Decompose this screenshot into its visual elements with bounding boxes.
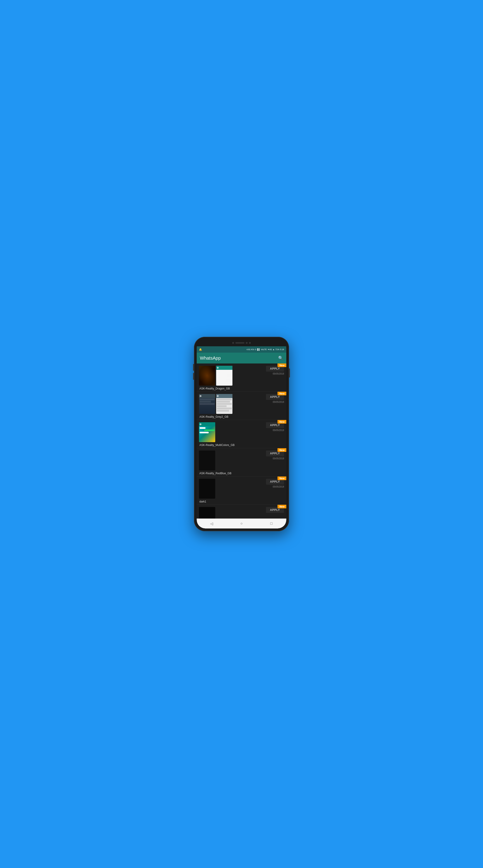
theme-preview-image-1 (199, 394, 215, 414)
battery-level: 71% (275, 348, 279, 350)
theme-item-content: APPLY 05/05/2018 (199, 422, 284, 442)
theme-date: 05/05/2018 (273, 373, 284, 375)
list-item[interactable]: New (197, 364, 286, 392)
theme-preview-image-1 (199, 366, 215, 385)
list-item[interactable]: New APPLY (197, 505, 286, 519)
theme-actions: APPLY 05/05/2018 (266, 422, 284, 432)
camera-dot (246, 342, 248, 344)
dot-1 (232, 342, 234, 344)
list-item[interactable]: New APPLY 05/05/2018 ASK-Reality_RedBlue… (197, 448, 286, 476)
theme-date: 05/05/2018 (273, 457, 284, 460)
notification-bell-icon: 🔔 (199, 348, 202, 351)
time-display: 5:18 (280, 348, 284, 350)
theme-name: ASK-Reality_MultiColors_GB (199, 443, 284, 447)
signal-strength-icon: ▲ (273, 348, 275, 350)
theme-date: 05/05/2018 (273, 486, 284, 488)
theme-previews (199, 366, 264, 385)
theme-previews (199, 479, 264, 499)
theme-name: ASK-Reality_RedBlue_GB (199, 472, 284, 475)
theme-name: ASK-Reality_Grey2_GB (199, 415, 284, 418)
new-badge: New (278, 505, 286, 508)
dot-2 (249, 342, 251, 344)
phone-screen: 🔔 4.81 K/s ⊙ ▌▌ VoLTE ✦4G ▲ 71% 5:18 Wha… (197, 340, 286, 528)
signal-bars-icon: ▌▌ (257, 348, 260, 350)
themes-list[interactable]: New (197, 364, 286, 519)
theme-item-content: APPLY (199, 507, 284, 519)
status-left: 🔔 (199, 348, 202, 351)
list-item[interactable]: New (197, 392, 286, 420)
volume-down-button (193, 373, 194, 380)
theme-actions: APPLY 05/05/2018 (266, 366, 284, 375)
new-badge: New (278, 476, 286, 480)
network-speed: 4.81 K/s (247, 348, 254, 350)
theme-item-content: APPLY 05/05/2018 (199, 394, 284, 414)
theme-preview-image-2 (216, 394, 232, 414)
theme-item-content: APPLY 05/05/2018 (199, 479, 284, 499)
wifi-icon: ⊙ (255, 348, 256, 350)
theme-actions: APPLY 05/05/2018 (266, 451, 284, 460)
theme-preview-image-1 (199, 422, 215, 442)
theme-name: ASK-Reality_Dragon_GB (199, 387, 284, 390)
theme-previews (199, 451, 264, 470)
theme-date: 05/05/2018 (273, 401, 284, 403)
new-badge: New (278, 392, 286, 395)
app-header: WhatsApp 🔍 (197, 352, 286, 364)
new-badge: New (278, 420, 286, 424)
network-type-icon: ✦4G (267, 348, 272, 350)
theme-previews (199, 507, 264, 519)
phone-device: 🔔 4.81 K/s ⊙ ▌▌ VoLTE ✦4G ▲ 71% 5:18 Wha… (194, 337, 289, 531)
speaker-grill (235, 342, 245, 344)
search-button[interactable]: 🔍 (278, 355, 283, 361)
volte-indicator: VoLTE (261, 348, 266, 350)
new-badge: New (278, 364, 286, 367)
navigation-bar: ◁ ○ □ (197, 519, 286, 528)
home-button[interactable]: ○ (227, 522, 256, 526)
status-bar: 🔔 4.81 K/s ⊙ ▌▌ VoLTE ✦4G ▲ 71% 5:18 (197, 346, 286, 352)
list-item[interactable]: New APPLY 05/05/2018 dark1 (197, 476, 286, 505)
theme-preview-image-1 (199, 451, 215, 470)
theme-previews (199, 422, 264, 442)
theme-actions: APPLY 05/05/2018 (266, 394, 284, 403)
volume-up-button (193, 364, 194, 371)
theme-preview-image-2 (216, 366, 232, 385)
theme-item-content: APPLY 05/05/2018 (199, 366, 284, 385)
theme-actions: APPLY 05/05/2018 (266, 479, 284, 488)
phone-top-notch (197, 340, 286, 346)
theme-preview-image-1 (199, 507, 215, 519)
app-title: WhatsApp (200, 355, 221, 361)
theme-item-content: APPLY 05/05/2018 (199, 451, 284, 470)
power-button (289, 368, 290, 377)
theme-date: 05/05/2018 (273, 429, 284, 432)
theme-preview-image-1 (199, 479, 215, 499)
new-badge: New (278, 448, 286, 452)
recents-button[interactable]: □ (257, 522, 286, 526)
theme-previews (199, 394, 264, 414)
back-button[interactable]: ◁ (197, 522, 227, 526)
status-right: 4.81 K/s ⊙ ▌▌ VoLTE ✦4G ▲ 71% 5:18 (247, 348, 284, 350)
list-item[interactable]: New (197, 420, 286, 448)
camera-area (232, 342, 251, 344)
theme-name: dark1 (199, 500, 284, 503)
